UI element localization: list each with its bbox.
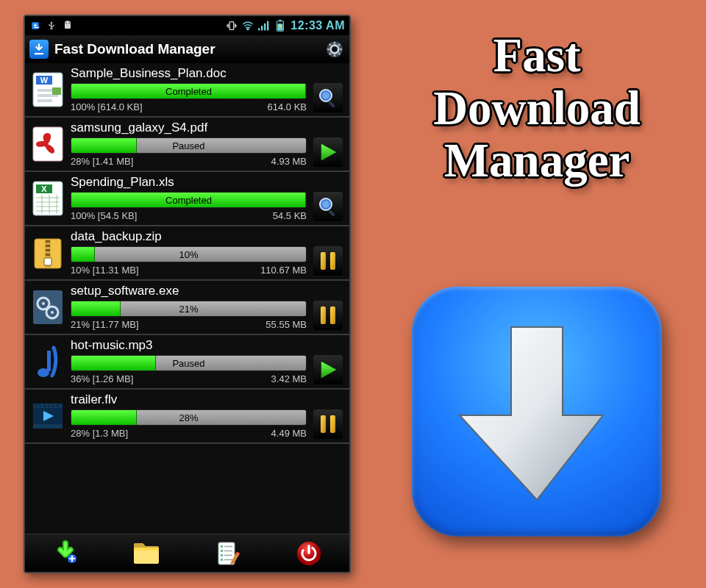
svg-rect-20 — [38, 99, 52, 102]
svg-point-13 — [332, 47, 338, 52]
svg-rect-37 — [46, 254, 50, 256]
file-name: hot-music.mp3 — [71, 338, 346, 354]
progress-bar: 10% — [71, 246, 307, 262]
flv-file-icon — [30, 397, 65, 435]
pause-button[interactable] — [313, 301, 343, 330]
zip-file-icon — [30, 234, 65, 272]
search-button[interactable] — [313, 192, 343, 221]
progress-bar: Paused — [71, 355, 307, 371]
progress-left: 100% [614.0 KB] — [71, 101, 143, 112]
word-file-icon: W — [30, 71, 65, 109]
pdf-file-icon — [30, 125, 65, 163]
file-name: Spending_Plan.xls — [71, 175, 346, 190]
download-indicator-icon — [29, 20, 41, 32]
svg-rect-66 — [221, 550, 223, 552]
signal-icon — [258, 20, 270, 32]
svg-rect-49 — [47, 351, 51, 371]
total-size: 614.0 KB — [268, 101, 307, 112]
progress-label: Paused — [71, 356, 306, 370]
progress-bar: Completed — [71, 83, 307, 99]
svg-rect-47 — [330, 306, 335, 324]
file-name: setup_software.exe — [71, 284, 346, 299]
pause-button[interactable] — [313, 246, 343, 276]
settings-button[interactable] — [324, 39, 345, 60]
progress-label: 10% — [71, 247, 306, 262]
vibrate-icon — [226, 20, 238, 32]
app-title: Fast Download Manager — [54, 41, 215, 57]
hero-title: Fast Download Manager — [390, 29, 684, 187]
xls-file-icon: X — [30, 179, 65, 218]
total-size: 3.42 MB — [271, 373, 307, 384]
add-download-button[interactable] — [48, 538, 83, 569]
progress-left: 10% [11.31 MB] — [71, 265, 139, 276]
svg-rect-65 — [221, 545, 223, 548]
svg-rect-3 — [230, 22, 234, 30]
svg-text:W: W — [40, 76, 49, 85]
hero-line3: Manager — [390, 135, 684, 187]
total-size: 110.67 MB — [260, 265, 307, 276]
folder-button[interactable] — [129, 538, 164, 569]
progress-bar: 21% — [71, 301, 307, 317]
total-size: 55.55 MB — [265, 319, 307, 330]
svg-rect-31 — [328, 209, 335, 217]
bottom-toolbar — [25, 534, 349, 572]
svg-rect-59 — [321, 415, 326, 433]
hero-app-icon — [412, 287, 662, 537]
app-title-bar: Fast Download Manager — [25, 35, 349, 63]
play-button[interactable] — [313, 137, 343, 167]
pause-button[interactable] — [313, 409, 343, 439]
download-item[interactable]: W Sample_Business_Plan.doc Completed 100… — [25, 63, 349, 118]
progress-bar: Paused — [71, 137, 307, 154]
download-item[interactable]: setup_software.exe 21% 21% [11.77 MB] 55… — [25, 281, 349, 335]
phone-frame: 12:33 AM Fast Download Manager W Sample_… — [24, 15, 351, 573]
mp3-file-icon — [30, 343, 65, 381]
list-settings-button[interactable] — [210, 538, 246, 569]
progress-left: 28% [1.3 MB] — [71, 428, 128, 439]
status-clock: 12:33 AM — [290, 19, 345, 32]
download-item[interactable]: trailer.flv 28% 28% [1.3 MB] 4.49 MB — [25, 390, 349, 444]
exe-file-icon — [30, 288, 65, 326]
svg-point-1 — [65, 23, 66, 24]
wifi-icon — [242, 20, 254, 32]
progress-label: Completed — [71, 193, 306, 207]
play-button[interactable] — [313, 355, 343, 384]
svg-rect-38 — [44, 258, 51, 265]
download-item[interactable]: samsung_galaxy_S4.pdf Paused 28% [1.41 M… — [25, 118, 349, 172]
hero-line2: Download — [390, 82, 684, 135]
usb-icon — [46, 20, 57, 32]
svg-rect-5 — [258, 28, 260, 30]
battery-icon — [274, 20, 286, 32]
svg-rect-55 — [43, 404, 46, 407]
svg-rect-40 — [330, 252, 335, 270]
hero-line1: Fast — [390, 29, 684, 82]
search-button[interactable] — [313, 83, 343, 112]
downloads-list[interactable]: W Sample_Business_Plan.doc Completed 100… — [25, 63, 349, 534]
file-name: samsung_galaxy_S4.pdf — [71, 121, 346, 136]
svg-rect-36 — [46, 249, 50, 251]
total-size: 4.93 MB — [271, 156, 307, 167]
svg-rect-35 — [46, 245, 50, 247]
progress-label: Paused — [71, 138, 306, 153]
progress-left: 36% [1.26 MB] — [71, 373, 133, 384]
svg-point-23 — [322, 92, 329, 99]
progress-label: 21% — [71, 301, 306, 316]
download-item[interactable]: hot-music.mp3 Paused 36% [1.26 MB] 3.42 … — [25, 335, 349, 390]
svg-rect-53 — [35, 404, 37, 407]
svg-rect-68 — [221, 559, 223, 561]
download-item[interactable]: X Spending_Plan.xls Completed 100% [54.5… — [25, 172, 349, 226]
progress-bar: 28% — [71, 409, 307, 426]
svg-rect-21 — [52, 87, 61, 95]
svg-rect-8 — [267, 21, 268, 31]
svg-rect-7 — [264, 24, 265, 31]
svg-point-30 — [322, 201, 329, 208]
progress-label: Completed — [71, 84, 306, 98]
svg-rect-60 — [330, 415, 335, 433]
download-item[interactable]: data_backup.zip 10% 10% [11.31 MB] 110.6… — [25, 226, 349, 281]
svg-rect-57 — [52, 404, 54, 407]
total-size: 54.5 KB — [273, 210, 307, 221]
power-button[interactable] — [291, 538, 327, 569]
svg-point-44 — [42, 302, 45, 305]
progress-label: 28% — [71, 410, 306, 425]
file-name: Sample_Business_Plan.doc — [71, 66, 346, 82]
svg-rect-10 — [279, 20, 282, 21]
